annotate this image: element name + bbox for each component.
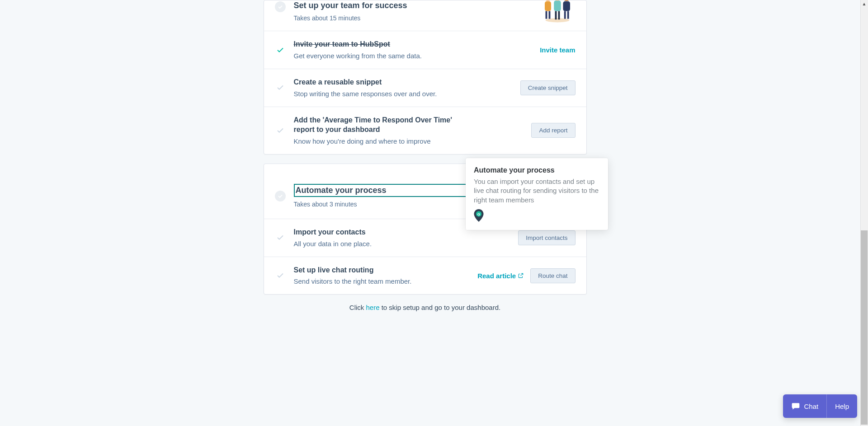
scrollbar-thumb[interactable] — [861, 230, 868, 425]
svg-text:G: G — [477, 212, 480, 216]
task-desc: Send visitors to the right team member. — [294, 276, 472, 286]
check-icon — [275, 46, 286, 54]
skip-setup-text: Click here to skip setup and go to your … — [264, 304, 587, 311]
import-contacts-button[interactable]: Import contacts — [518, 230, 575, 245]
check-icon — [275, 126, 286, 135]
section-status-icon — [275, 191, 286, 201]
task-row-snippet: Create a reusable snippet Stop writing t… — [264, 69, 586, 107]
read-article-label: Read article — [477, 272, 516, 280]
task-row-invite: Invite your team to HubSpot Get everyone… — [264, 31, 586, 69]
team-illustration — [539, 0, 576, 23]
svg-point-10 — [564, 0, 569, 1]
check-icon — [275, 272, 286, 280]
task-desc: All your data in one place. — [294, 239, 513, 248]
task-row-routing: Set up live chat routing Send visitors t… — [264, 257, 586, 295]
invite-team-link[interactable]: Invite team — [540, 46, 575, 54]
chat-label: Chat — [804, 403, 818, 410]
scroll-up-arrow[interactable]: ▲ — [860, 0, 868, 8]
task-title: Add the 'Average Time to Respond Over Ti… — [294, 115, 466, 135]
tooltip-title: Automate your process — [474, 166, 600, 174]
svg-rect-1 — [545, 1, 551, 11]
scrollbar[interactable]: ▲ — [860, 0, 868, 426]
task-title: Set up live chat routing — [294, 265, 472, 275]
team-setup-header: Set up your team for success Takes about… — [264, 0, 586, 31]
team-setup-title: Set up your team for success — [294, 0, 407, 11]
external-link-icon — [518, 272, 524, 279]
svg-rect-3 — [545, 11, 547, 19]
tooltip-pin-icon: G — [474, 209, 484, 222]
svg-point-6 — [554, 0, 560, 1]
task-desc: Get everyone working from the same data. — [294, 51, 535, 61]
svg-rect-12 — [564, 11, 566, 19]
team-setup-duration: Takes about 15 minutes — [294, 14, 407, 22]
help-label: Help — [835, 403, 849, 410]
help-button[interactable]: Help — [827, 394, 857, 418]
svg-rect-8 — [558, 11, 560, 20]
task-desc: Stop writing the same responses over and… — [294, 89, 515, 98]
read-article-link[interactable]: Read article — [477, 272, 524, 280]
automate-title: Automate your process — [296, 186, 387, 195]
route-chat-button[interactable]: Route chat — [530, 268, 575, 283]
create-snippet-button[interactable]: Create snippet — [520, 80, 576, 95]
chat-button[interactable]: Chat — [783, 394, 827, 418]
add-report-button[interactable]: Add report — [531, 123, 575, 138]
svg-rect-5 — [554, 0, 561, 11]
skip-here-link[interactable]: here — [366, 304, 379, 311]
svg-rect-9 — [563, 1, 570, 11]
tooltip-body: You can import your contacts and set up … — [474, 177, 600, 205]
chat-icon — [791, 402, 800, 411]
check-icon — [275, 234, 286, 242]
chat-help-widget: Chat Help — [783, 394, 857, 418]
task-row-report: Add the 'Average Time to Respond Over Ti… — [264, 107, 586, 154]
check-icon — [275, 84, 286, 92]
section-status-icon — [275, 1, 286, 12]
task-desc: Know how you're doing and where to impro… — [294, 136, 526, 146]
svg-point-2 — [545, 0, 550, 1]
svg-rect-7 — [555, 11, 557, 20]
svg-rect-4 — [548, 11, 550, 19]
team-setup-card: Set up your team for success Takes about… — [264, 0, 587, 154]
task-title: Create a reusable snippet — [294, 77, 515, 87]
svg-rect-13 — [567, 11, 569, 19]
automate-tooltip: Automate your process You can import you… — [466, 158, 608, 230]
task-title: Invite your team to HubSpot — [294, 39, 535, 49]
